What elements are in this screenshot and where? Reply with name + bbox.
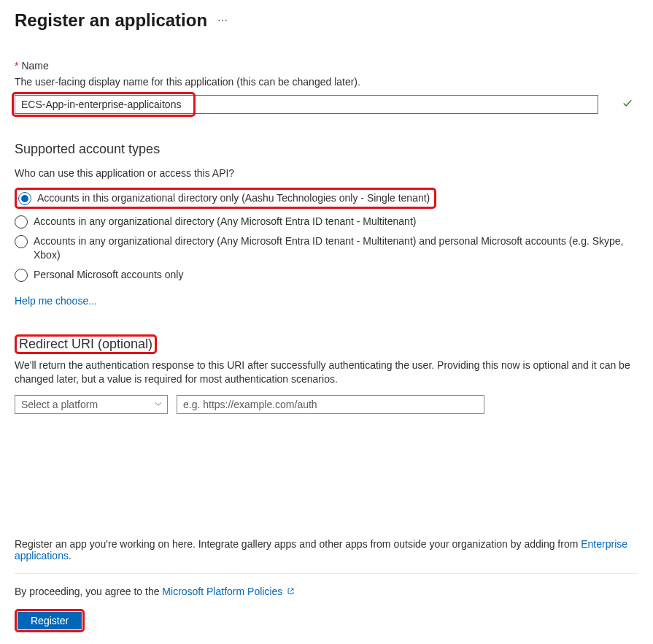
radio-multitenant-personal-label[interactable]: Accounts in any organizational directory… (34, 234, 638, 262)
help-me-choose-link[interactable]: Help me choose... (15, 295, 97, 307)
radio-single-tenant[interactable] (18, 192, 31, 205)
highlight-annotation: Redirect URI (optional) (15, 334, 157, 354)
name-label: *Name (15, 60, 638, 72)
radio-multitenant-label[interactable]: Accounts in any organizational directory… (34, 215, 416, 229)
divider (15, 573, 638, 574)
policy-text: By proceeding, you agree to the Microsof… (15, 586, 638, 597)
redirect-uri-description: We'll return the authentication response… (15, 359, 638, 386)
radio-multitenant[interactable] (15, 215, 28, 229)
account-types-question: Who can use this application or access t… (15, 167, 638, 179)
radio-multitenant-personal[interactable] (15, 235, 28, 248)
external-link-icon (284, 586, 295, 597)
platform-policies-link[interactable]: Microsoft Platform Policies (162, 586, 295, 597)
highlight-annotation: Accounts in this organizational director… (15, 188, 436, 209)
more-actions-icon[interactable]: ⋯ (217, 15, 228, 26)
required-star-icon: * (15, 60, 18, 72)
name-input[interactable] (15, 95, 598, 114)
page-title: Register an application (15, 10, 207, 31)
chevron-down-icon (154, 399, 163, 410)
account-types-heading: Supported account types (15, 142, 638, 157)
redirect-uri-input[interactable] (177, 395, 484, 414)
checkmark-icon (622, 99, 633, 111)
platform-select-placeholder: Select a platform (21, 399, 98, 410)
radio-personal-only-label[interactable]: Personal Microsoft accounts only (34, 268, 183, 282)
footer-note: Register an app you're working on here. … (15, 538, 638, 561)
highlight-annotation: Register (15, 609, 85, 632)
radio-personal-only[interactable] (15, 269, 28, 282)
platform-select[interactable]: Select a platform (15, 395, 168, 414)
radio-single-tenant-label[interactable]: Accounts in this organizational director… (37, 191, 430, 205)
name-hint: The user-facing display name for this ap… (15, 76, 638, 88)
register-button[interactable]: Register (18, 612, 82, 629)
redirect-uri-heading: Redirect URI (optional) (19, 337, 152, 352)
